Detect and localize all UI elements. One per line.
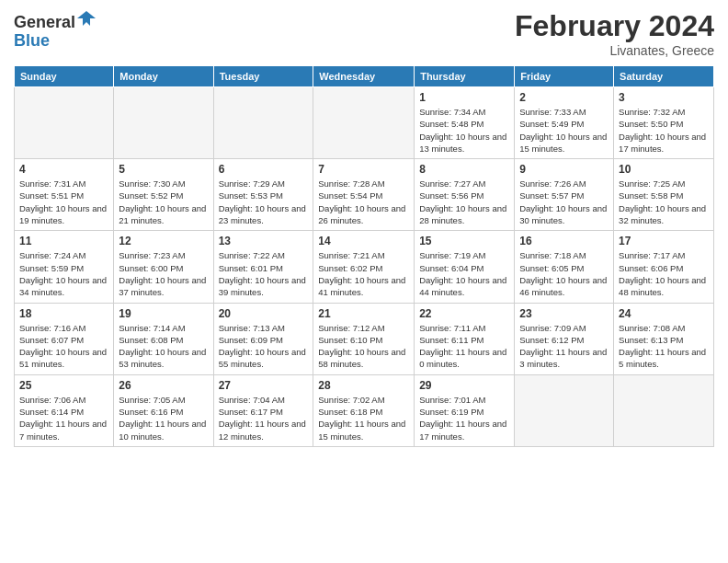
day-info: Sunrise: 7:14 AM Sunset: 6:08 PM Dayligh… bbox=[119, 322, 208, 371]
day-info: Sunrise: 7:23 AM Sunset: 6:00 PM Dayligh… bbox=[119, 249, 208, 298]
day-number: 27 bbox=[219, 379, 309, 392]
day-number: 3 bbox=[619, 91, 709, 104]
day-number: 11 bbox=[19, 235, 108, 247]
table-cell: 7Sunrise: 7:28 AM Sunset: 5:54 PM Daylig… bbox=[313, 159, 415, 231]
day-info: Sunrise: 7:19 AM Sunset: 6:04 PM Dayligh… bbox=[419, 249, 509, 298]
table-cell: 22Sunrise: 7:11 AM Sunset: 6:11 PM Dayli… bbox=[415, 303, 515, 374]
day-info: Sunrise: 7:12 AM Sunset: 6:10 PM Dayligh… bbox=[318, 322, 409, 371]
table-cell: 9Sunrise: 7:26 AM Sunset: 5:57 PM Daylig… bbox=[515, 159, 614, 231]
table-cell: 28Sunrise: 7:02 AM Sunset: 6:18 PM Dayli… bbox=[313, 374, 415, 446]
day-number: 18 bbox=[19, 307, 108, 320]
table-cell: 19Sunrise: 7:14 AM Sunset: 6:08 PM Dayli… bbox=[114, 303, 213, 374]
table-cell: 21Sunrise: 7:12 AM Sunset: 6:10 PM Dayli… bbox=[313, 303, 415, 374]
day-info: Sunrise: 7:21 AM Sunset: 6:02 PM Dayligh… bbox=[318, 249, 409, 298]
table-cell: 2Sunrise: 7:33 AM Sunset: 5:49 PM Daylig… bbox=[515, 87, 614, 159]
day-info: Sunrise: 7:02 AM Sunset: 6:18 PM Dayligh… bbox=[318, 394, 409, 442]
day-number: 7 bbox=[318, 163, 409, 176]
day-number: 21 bbox=[318, 307, 409, 320]
table-cell: 1Sunrise: 7:34 AM Sunset: 5:48 PM Daylig… bbox=[415, 87, 515, 159]
table-cell bbox=[15, 87, 114, 159]
table-cell: 5Sunrise: 7:30 AM Sunset: 5:52 PM Daylig… bbox=[114, 159, 213, 231]
table-row: 11Sunrise: 7:24 AM Sunset: 5:59 PM Dayli… bbox=[15, 231, 714, 303]
day-info: Sunrise: 7:34 AM Sunset: 5:48 PM Dayligh… bbox=[419, 106, 509, 155]
day-info: Sunrise: 7:17 AM Sunset: 6:06 PM Dayligh… bbox=[619, 249, 709, 298]
day-info: Sunrise: 7:25 AM Sunset: 5:58 PM Dayligh… bbox=[619, 178, 709, 226]
day-info: Sunrise: 7:30 AM Sunset: 5:52 PM Dayligh… bbox=[119, 178, 208, 226]
title-block: February 2024 Livanates, Greece bbox=[515, 9, 714, 58]
day-number: 24 bbox=[619, 307, 709, 320]
location-subtitle: Livanates, Greece bbox=[515, 43, 714, 58]
day-number: 16 bbox=[519, 235, 609, 247]
logo: General Blue bbox=[14, 9, 96, 51]
day-info: Sunrise: 7:24 AM Sunset: 5:59 PM Dayligh… bbox=[19, 249, 108, 298]
day-number: 2 bbox=[519, 91, 609, 104]
day-info: Sunrise: 7:27 AM Sunset: 5:56 PM Dayligh… bbox=[419, 178, 509, 226]
day-number: 8 bbox=[419, 163, 509, 176]
day-number: 19 bbox=[119, 307, 208, 320]
table-cell: 26Sunrise: 7:05 AM Sunset: 6:16 PM Dayli… bbox=[114, 374, 213, 446]
logo-bird-icon bbox=[77, 9, 96, 28]
table-cell: 13Sunrise: 7:22 AM Sunset: 6:01 PM Dayli… bbox=[213, 231, 313, 303]
table-cell: 3Sunrise: 7:32 AM Sunset: 5:50 PM Daylig… bbox=[614, 87, 714, 159]
day-number: 26 bbox=[119, 379, 208, 392]
table-row: 4Sunrise: 7:31 AM Sunset: 5:51 PM Daylig… bbox=[15, 159, 714, 231]
col-thursday: Thursday bbox=[415, 66, 515, 87]
day-info: Sunrise: 7:09 AM Sunset: 6:12 PM Dayligh… bbox=[519, 322, 609, 371]
day-number: 13 bbox=[219, 235, 309, 247]
day-info: Sunrise: 7:28 AM Sunset: 5:54 PM Dayligh… bbox=[318, 178, 409, 226]
day-info: Sunrise: 7:01 AM Sunset: 6:19 PM Dayligh… bbox=[419, 394, 509, 442]
table-cell: 18Sunrise: 7:16 AM Sunset: 6:07 PM Dayli… bbox=[15, 303, 114, 374]
table-cell: 15Sunrise: 7:19 AM Sunset: 6:04 PM Dayli… bbox=[415, 231, 515, 303]
col-sunday: Sunday bbox=[15, 66, 114, 87]
table-cell: 12Sunrise: 7:23 AM Sunset: 6:00 PM Dayli… bbox=[114, 231, 213, 303]
day-number: 15 bbox=[419, 235, 509, 247]
col-saturday: Saturday bbox=[614, 66, 714, 87]
day-number: 9 bbox=[519, 163, 609, 176]
day-info: Sunrise: 7:29 AM Sunset: 5:53 PM Dayligh… bbox=[219, 178, 309, 226]
day-number: 23 bbox=[519, 307, 609, 320]
table-cell: 24Sunrise: 7:08 AM Sunset: 6:13 PM Dayli… bbox=[614, 303, 714, 374]
day-info: Sunrise: 7:05 AM Sunset: 6:16 PM Dayligh… bbox=[119, 394, 208, 442]
col-friday: Friday bbox=[515, 66, 614, 87]
day-info: Sunrise: 7:06 AM Sunset: 6:14 PM Dayligh… bbox=[19, 394, 108, 442]
day-number: 28 bbox=[318, 379, 409, 392]
day-number: 12 bbox=[119, 235, 208, 247]
table-cell: 8Sunrise: 7:27 AM Sunset: 5:56 PM Daylig… bbox=[415, 159, 515, 231]
table-cell bbox=[313, 87, 415, 159]
table-cell bbox=[515, 374, 614, 446]
day-info: Sunrise: 7:22 AM Sunset: 6:01 PM Dayligh… bbox=[219, 249, 309, 298]
day-number: 25 bbox=[19, 379, 108, 392]
month-title: February 2024 bbox=[515, 9, 714, 43]
day-info: Sunrise: 7:16 AM Sunset: 6:07 PM Dayligh… bbox=[19, 322, 108, 371]
table-row: 1Sunrise: 7:34 AM Sunset: 5:48 PM Daylig… bbox=[15, 87, 714, 159]
day-number: 10 bbox=[619, 163, 709, 176]
table-cell: 4Sunrise: 7:31 AM Sunset: 5:51 PM Daylig… bbox=[15, 159, 114, 231]
table-cell: 10Sunrise: 7:25 AM Sunset: 5:58 PM Dayli… bbox=[614, 159, 714, 231]
day-number: 22 bbox=[419, 307, 509, 320]
logo-general: General bbox=[14, 13, 75, 31]
table-cell: 29Sunrise: 7:01 AM Sunset: 6:19 PM Dayli… bbox=[415, 374, 515, 446]
day-number: 20 bbox=[219, 307, 309, 320]
svg-marker-0 bbox=[77, 11, 96, 26]
table-cell: 17Sunrise: 7:17 AM Sunset: 6:06 PM Dayli… bbox=[614, 231, 714, 303]
header: General Blue February 2024 Livanates, Gr… bbox=[14, 9, 714, 58]
table-cell bbox=[114, 87, 213, 159]
table-header-row: Sunday Monday Tuesday Wednesday Thursday… bbox=[15, 66, 714, 87]
day-info: Sunrise: 7:18 AM Sunset: 6:05 PM Dayligh… bbox=[519, 249, 609, 298]
day-info: Sunrise: 7:04 AM Sunset: 6:17 PM Dayligh… bbox=[219, 394, 309, 442]
table-row: 18Sunrise: 7:16 AM Sunset: 6:07 PM Dayli… bbox=[15, 303, 714, 374]
col-wednesday: Wednesday bbox=[313, 66, 415, 87]
day-info: Sunrise: 7:08 AM Sunset: 6:13 PM Dayligh… bbox=[619, 322, 709, 371]
table-cell: 20Sunrise: 7:13 AM Sunset: 6:09 PM Dayli… bbox=[213, 303, 313, 374]
day-number: 17 bbox=[619, 235, 709, 247]
table-row: 25Sunrise: 7:06 AM Sunset: 6:14 PM Dayli… bbox=[15, 374, 714, 446]
day-info: Sunrise: 7:11 AM Sunset: 6:11 PM Dayligh… bbox=[419, 322, 509, 371]
table-cell: 27Sunrise: 7:04 AM Sunset: 6:17 PM Dayli… bbox=[213, 374, 313, 446]
col-monday: Monday bbox=[114, 66, 213, 87]
day-number: 6 bbox=[219, 163, 309, 176]
table-cell bbox=[213, 87, 313, 159]
col-tuesday: Tuesday bbox=[213, 66, 313, 87]
day-number: 1 bbox=[419, 91, 509, 104]
day-info: Sunrise: 7:32 AM Sunset: 5:50 PM Dayligh… bbox=[619, 106, 709, 155]
day-number: 29 bbox=[419, 379, 509, 392]
